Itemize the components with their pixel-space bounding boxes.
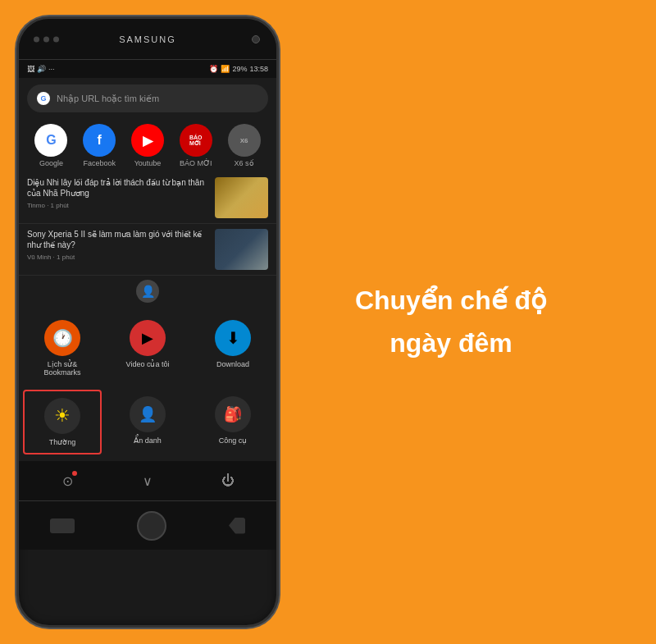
heading-line2: ngày đêm	[355, 322, 547, 364]
page-wrapper: SAMSUNG 🖼 🔊 ··· ⏰ 📶 29% 13:58	[0, 0, 656, 644]
tools-label: Công cụ	[219, 436, 248, 445]
status-time: 13:58	[249, 65, 268, 73]
phone-hardware-dots	[34, 36, 59, 42]
news-meta-2: Vũ Minh · 1 phút	[27, 253, 207, 261]
news-title-2: Sony Xperia 5 II sẽ làm mưa làm gió với …	[27, 229, 207, 250]
news-thumb-2	[215, 229, 268, 270]
camera-nav-icon: ⊙	[62, 473, 73, 489]
status-icon-more: ···	[48, 65, 55, 73]
samsung-logo: SAMSUNG	[119, 34, 176, 44]
url-bar: G Nhập URL hoặc tìm kiếm	[19, 78, 276, 119]
download-icon: ⬇	[215, 320, 251, 356]
nav-power-icon[interactable]: ⏻	[216, 469, 239, 492]
menu-item-video[interactable]: ▶ Video của tôi	[108, 313, 187, 383]
video-icon: ▶	[130, 320, 166, 356]
x6-label: X6 số	[235, 159, 254, 167]
quick-link-youtube[interactable]: ▶ Youtube	[131, 124, 164, 167]
x6-icon: X6	[228, 124, 261, 157]
news-thumb-1	[215, 177, 268, 218]
hardware-dot-3	[53, 36, 59, 42]
google-icon: G	[34, 124, 67, 157]
hardware-dot-2	[43, 36, 49, 42]
url-input-container[interactable]: G Nhập URL hoặc tìm kiếm	[27, 84, 268, 112]
video-label: Video của tôi	[126, 360, 170, 368]
nav-notification-dot	[72, 471, 77, 476]
baomoi-icon: BÁOMỚI	[180, 124, 212, 157]
facebook-label: Facebook	[83, 159, 116, 167]
status-right: ⏰ 📶 29% 13:58	[209, 65, 268, 73]
baomoi-label: BÁO MỚI	[180, 159, 212, 167]
heading-text: Chuyển chế độ ngày đêm	[355, 280, 547, 363]
normal-label: Thường	[49, 438, 76, 446]
news-meta-1: Tinmo · 1 phút	[27, 202, 207, 209]
normal-mode-icon: ☀	[44, 398, 80, 434]
hw-back-button[interactable]	[229, 518, 245, 534]
status-battery: 29%	[232, 65, 247, 73]
menu-item-incognito[interactable]: 👤 Ẩn danh	[108, 390, 187, 454]
hw-recent-apps-button[interactable]	[50, 518, 75, 533]
nav-chevron-icon[interactable]: ∨	[136, 469, 159, 492]
incognito-icon: 👤	[130, 396, 166, 432]
heading-line1: Chuyển chế độ	[355, 280, 547, 322]
front-camera	[252, 35, 260, 43]
status-icon-sound: 🔊	[37, 65, 46, 73]
download-label: Download	[216, 360, 249, 368]
phone-container: SAMSUNG 🖼 🔊 ··· ⏰ 📶 29% 13:58	[16, 16, 279, 628]
google-label: Google	[39, 159, 63, 167]
tools-icon: 🎒	[215, 396, 251, 432]
hw-home-button[interactable]	[137, 511, 166, 541]
right-text-area: Chuyển chế độ ngày đêm	[279, 263, 623, 380]
thumb-image-2	[215, 229, 268, 270]
thumb-image-1	[215, 177, 268, 218]
google-logo-in-url: G	[37, 92, 50, 105]
status-alarm-icon: ⏰	[209, 65, 218, 73]
status-left: 🖼 🔊 ···	[27, 65, 55, 73]
phone-body: SAMSUNG 🖼 🔊 ··· ⏰ 📶 29% 13:58	[16, 16, 279, 628]
news-item-1[interactable]: Diệu Nhi lây lối đáp trả lời thách đấu t…	[19, 172, 276, 224]
profile-icon[interactable]: 👤	[136, 280, 159, 303]
news-text-1: Diệu Nhi lây lối đáp trả lời thách đấu t…	[27, 177, 207, 218]
bottom-nav: ⊙ ∨ ⏻	[19, 461, 276, 500]
menu-item-history[interactable]: 🕐 Lịch sử&Bookmarks	[23, 313, 102, 383]
chevron-down-icon: ∨	[143, 473, 153, 489]
quick-link-x6[interactable]: X6 X6 số	[228, 124, 261, 167]
incognito-label: Ẩn danh	[134, 436, 162, 445]
quick-link-google[interactable]: G Google	[34, 124, 67, 167]
power-icon: ⏻	[221, 473, 235, 488]
news-text-2: Sony Xperia 5 II sẽ làm mưa làm gió với …	[27, 229, 207, 270]
youtube-icon: ▶	[131, 124, 164, 157]
history-icon: 🕐	[44, 320, 80, 356]
history-label: Lịch sử&Bookmarks	[43, 360, 80, 377]
url-placeholder-text: Nhập URL hoặc tìm kiếm	[57, 94, 159, 104]
nav-camera-icon[interactable]: ⊙	[56, 469, 79, 492]
menu-item-download[interactable]: ⬇ Download	[194, 313, 272, 383]
quick-link-facebook[interactable]: f Facebook	[83, 124, 116, 167]
menu-item-tools[interactable]: 🎒 Công cụ	[194, 390, 272, 454]
menu-grid: 🕐 Lịch sử&Bookmarks ▶ Video của tôi ⬇ Do…	[19, 307, 276, 461]
tab-profile-bar: 👤	[19, 276, 276, 307]
phone-bottom-hardware	[19, 500, 276, 550]
facebook-icon: f	[83, 124, 116, 157]
quick-links-row: G Google f Facebook ▶ Youtube BÁOMỚI BÁO…	[19, 119, 276, 172]
phone-top-hardware: SAMSUNG	[19, 19, 276, 60]
youtube-label: Youtube	[134, 159, 162, 167]
quick-link-baomoi[interactable]: BÁOMỚI BÁO MỚI	[180, 124, 212, 167]
news-item-2[interactable]: Sony Xperia 5 II sẽ làm mưa làm gió với …	[19, 224, 276, 276]
status-wifi-icon: 📶	[221, 65, 230, 73]
hardware-dot-1	[34, 36, 39, 42]
news-title-1: Diệu Nhi lây lối đáp trả lời thách đấu t…	[27, 177, 207, 199]
browser-content: G Nhập URL hoặc tìm kiếm G Google f Face…	[19, 78, 276, 500]
status-icon-camera: 🖼	[27, 65, 34, 73]
menu-item-normal[interactable]: ☀ Thường	[23, 390, 102, 454]
status-bar: 🖼 🔊 ··· ⏰ 📶 29% 13:58	[19, 60, 276, 78]
